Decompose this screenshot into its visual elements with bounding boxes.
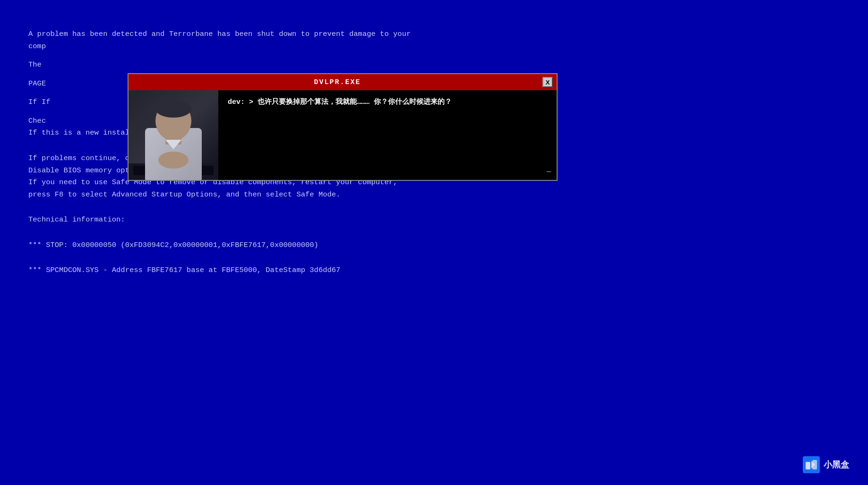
bsod-line-12: press F8 to select Advanced Startup Opti…	[28, 190, 340, 199]
bsod-line-3: The	[28, 60, 42, 69]
svg-rect-10	[806, 462, 810, 469]
bsod-line-13: Technical information:	[28, 215, 125, 224]
watermark: 小黑盒	[803, 456, 849, 473]
popup-close-button[interactable]: X	[542, 77, 553, 87]
watermark-icon	[803, 456, 820, 473]
minimize-button[interactable]: —	[546, 168, 551, 176]
video-figure-svg	[129, 90, 218, 180]
bsod-line-2: computer.	[28, 42, 68, 51]
bsod-line-5: If If	[28, 98, 51, 106]
bsod-screen: A problem has been detected and Terrorba…	[0, 0, 868, 485]
bsod-line-4: PAGE	[28, 79, 46, 88]
bsod-line-15: *** SPCMDCON.SYS - Address FBFE7617 base…	[28, 266, 340, 274]
prompt-symbol: dev: >	[228, 98, 258, 106]
bsod-line-7: Check	[28, 117, 51, 125]
popup-window: DVLPR.EXE X	[128, 73, 558, 181]
bsod-line-1: A problem has been detected and Terrorba…	[28, 30, 411, 38]
watermark-text: 小黑盒	[824, 459, 849, 470]
dialog-content: 也许只要换掉那个算法，我就能……… 你？你什么时候进来的？	[258, 98, 452, 106]
dialog-text: dev: > 也许只要换掉那个算法，我就能……… 你？你什么时候进来的？	[228, 97, 547, 106]
popup-title: DVLPR.EXE	[132, 78, 542, 86]
popup-titlebar: DVLPR.EXE X	[129, 74, 557, 90]
bsod-line-14: *** STOP: 0x00000050 (0xFD3094C2,0x00000…	[28, 241, 318, 249]
popup-dialog-area: dev: > 也许只要换掉那个算法，我就能……… 你？你什么时候进来的？ —	[218, 90, 557, 180]
video-placeholder	[129, 90, 218, 180]
svg-rect-9	[129, 90, 218, 180]
watermark-logo-svg	[805, 458, 818, 471]
popup-video-area	[129, 90, 218, 180]
popup-content: dev: > 也许只要换掉那个算法，我就能……… 你？你什么时候进来的？ —	[129, 90, 557, 180]
